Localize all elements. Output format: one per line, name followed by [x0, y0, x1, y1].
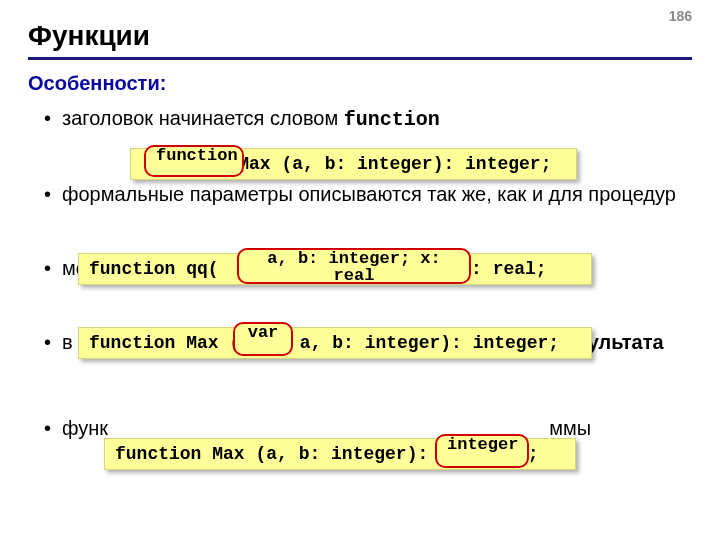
bullet-code: function [344, 108, 440, 131]
code-snippet: function Max ( a, b: integer): integer; [78, 327, 592, 359]
bullet-text: заголовок начинается словом [62, 107, 344, 129]
code-text: Max (a, b: integer): integer; [227, 154, 551, 174]
page-title: Функции [28, 20, 150, 52]
code-text: function Max (a, b: integer): [115, 444, 439, 464]
bullet-text: ммы [549, 417, 591, 439]
highlight-bubble: a, b: integer; x: real [237, 248, 471, 284]
code-text: function qq( [89, 259, 229, 279]
highlight-bubble: function [144, 145, 244, 177]
list-item: формальные параметры описываются так же,… [38, 181, 692, 207]
code-text: function Max ( [89, 333, 251, 353]
subtitle: Особенности: [28, 72, 166, 95]
code-text: a, b: integer): integer; [289, 333, 559, 353]
highlight-bubble: var [233, 322, 293, 356]
list-item: заголовок начинается словом function [38, 105, 692, 133]
page-number: 186 [669, 8, 692, 24]
bullet-text: формальные параметры описываются так же,… [62, 183, 676, 205]
highlight-bubble: integer [435, 434, 529, 468]
bullet-text: функ [62, 417, 108, 439]
title-divider [28, 57, 692, 60]
